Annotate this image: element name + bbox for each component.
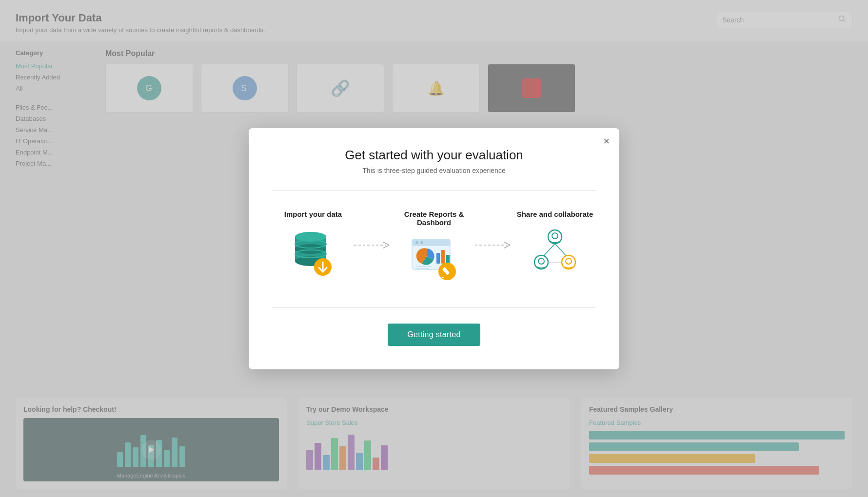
svg-point-32 xyxy=(538,258,544,264)
svg-point-30 xyxy=(552,233,558,239)
step-1-icon xyxy=(286,226,340,280)
modal-bottom-divider xyxy=(272,307,596,308)
modal-subtitle: This is three-step guided evaluation exp… xyxy=(272,167,596,174)
svg-rect-21 xyxy=(441,250,445,264)
step-1-label: Import your data xyxy=(284,210,342,218)
close-button[interactable]: × xyxy=(603,136,610,147)
step-2-icon xyxy=(407,234,461,288)
getting-started-button[interactable]: Getting started xyxy=(388,324,480,346)
svg-line-35 xyxy=(544,244,555,255)
step-2-label: Create Reports & Dashbord xyxy=(393,210,475,227)
step-1: Import your data xyxy=(272,210,354,280)
step-3: Share and collaborate xyxy=(514,210,596,280)
svg-line-36 xyxy=(555,244,566,255)
svg-point-8 xyxy=(295,244,326,254)
modal-overlay[interactable]: × Get started with your evaluation This … xyxy=(0,0,868,497)
svg-rect-20 xyxy=(436,253,440,264)
modal-top-divider xyxy=(272,190,596,191)
steps-row: Import your data xyxy=(272,210,596,288)
arrow-2 xyxy=(475,210,514,251)
step-3-icon xyxy=(528,226,582,280)
step-3-label: Share and collaborate xyxy=(517,210,593,218)
modal-title: Get started with your evaluation xyxy=(272,148,596,163)
step-2: Create Reports & Dashbord xyxy=(393,210,475,288)
svg-point-17 xyxy=(415,241,418,244)
svg-rect-22 xyxy=(446,255,450,264)
modal-dialog: × Get started with your evaluation This … xyxy=(249,128,619,369)
arrow-1 xyxy=(354,210,393,251)
svg-point-18 xyxy=(420,241,423,244)
svg-point-34 xyxy=(566,258,572,264)
